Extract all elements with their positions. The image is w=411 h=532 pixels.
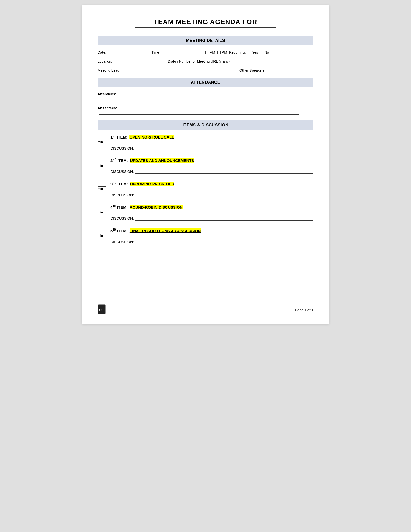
page-footer: e Page 1 of 1 <box>98 304 313 316</box>
item-1-title: OPENING & ROLL CALL <box>129 135 174 139</box>
page-title: TEAM MEETING AGENDA FOR <box>98 18 313 26</box>
item-4-blank-line[interactable] <box>98 205 106 210</box>
pm-label: PM <box>222 50 227 54</box>
item-4-discussion-row: DISCUSSION: <box>110 216 313 221</box>
yes-label: Yes <box>252 50 258 54</box>
yes-checkbox[interactable] <box>248 51 251 54</box>
item-3-discussion-field[interactable] <box>135 193 313 197</box>
recurring-label: Recurring: <box>229 50 246 54</box>
date-label: Date: <box>98 50 106 54</box>
item-1-ordinal: ST <box>113 135 116 137</box>
item-4-discussion-field[interactable] <box>135 216 313 221</box>
time-label: Time: <box>151 50 160 54</box>
meeting-lead-field[interactable] <box>122 68 168 72</box>
item-1-title-row: 1ST ITEM: OPENING & ROLL CALL <box>110 135 174 139</box>
item-3-header-row: min 3RD ITEM: UPCOMING PRIORITIES <box>98 181 313 191</box>
item-5-header-row: min 5TH ITEM: FINAL RESOLUTIONS & CONCLU… <box>98 228 313 237</box>
item-5-discussion-row: DISCUSSION: <box>110 240 313 244</box>
item-3-number: 3RD <box>110 181 116 186</box>
item-5-min-label: min <box>98 234 103 237</box>
edicle-icon: e <box>98 304 107 316</box>
no-label: No <box>264 50 269 54</box>
item-2-blank-line[interactable] <box>98 158 106 163</box>
document-page: TEAM MEETING AGENDA FOR MEETING DETAILS … <box>82 5 329 324</box>
items-section: ITEMS & DISCUSSION min 1ST ITEM: OPENING… <box>98 120 313 244</box>
item-1-discussion-field[interactable] <box>135 146 313 150</box>
item-2-colon: ITEM: <box>116 158 129 163</box>
no-checkbox-group: No <box>260 50 269 54</box>
item-4-number: 4TH <box>110 205 116 209</box>
location-row: Location: Dial-in Number or Meeting URL … <box>98 59 313 63</box>
absentees-field[interactable] <box>99 110 299 115</box>
item-5-min-block: min <box>98 228 107 237</box>
item-2-title: UPDATES AND ANNOUNCEMENTS <box>130 158 194 163</box>
location-label: Location: <box>98 59 112 63</box>
item-5-title-row: 5TH ITEM: FINAL RESOLUTIONS & CONCLUSION <box>110 228 201 233</box>
absentees-label: Absentees <box>98 106 116 110</box>
item-2-discussion-field[interactable] <box>135 169 313 174</box>
agenda-item-2: min 2ND ITEM: UPDATES AND ANNOUNCEMENTS … <box>98 158 313 174</box>
items-header: ITEMS & DISCUSSION <box>98 120 313 130</box>
location-field[interactable] <box>114 59 161 63</box>
yes-checkbox-group: Yes <box>248 50 258 54</box>
item-5-discussion-field[interactable] <box>135 240 313 244</box>
item-3-ordinal: RD <box>113 181 116 184</box>
item-4-colon: ITEM: <box>116 205 129 209</box>
agenda-item-1: min 1ST ITEM: OPENING & ROLL CALL DISCUS… <box>98 135 313 150</box>
item-1-discussion-label: DISCUSSION: <box>110 146 134 150</box>
pm-checkbox[interactable] <box>217 51 221 54</box>
attendees-field[interactable] <box>99 96 299 100</box>
meeting-lead-label: Meeting Lead: <box>98 68 120 72</box>
item-3-title: UPCOMING PRIORITIES <box>130 182 174 186</box>
meeting-details-header: MEETING DETAILS <box>98 36 313 45</box>
date-time-row: Date: Time: AM PM Recurring: Yes No <box>98 50 313 54</box>
item-1-blank-line[interactable] <box>98 135 106 140</box>
item-1-number: 1ST <box>110 135 116 139</box>
agenda-item-3: min 3RD ITEM: UPCOMING PRIORITIES DISCUS… <box>98 181 313 197</box>
item-1-colon: ITEM: <box>116 135 128 139</box>
other-speakers-col: Other Speakers: <box>206 68 313 72</box>
item-3-blank-line[interactable] <box>98 182 106 187</box>
attendance-section: ATTENDANCE Attendees: Absentees: <box>98 78 313 115</box>
item-4-discussion-label: DISCUSSION: <box>110 216 134 221</box>
item-4-min-label: min <box>98 210 103 214</box>
item-2-number: 2ND <box>110 158 116 163</box>
item-5-number: 5TH <box>110 228 116 233</box>
item-5-title: FINAL RESOLUTIONS & CONCLUSION <box>130 228 201 233</box>
item-2-ordinal: ND <box>113 158 116 161</box>
item-5-ordinal: TH <box>113 228 116 231</box>
item-4-header-row: min 4TH ITEM: ROUND-ROBIN DISCUSSION <box>98 205 313 214</box>
item-4-title-row: 4TH ITEM: ROUND-ROBIN DISCUSSION <box>110 205 183 209</box>
item-5-discussion-label: DISCUSSION: <box>110 240 134 244</box>
page-number: Page 1 of 1 <box>295 308 313 312</box>
attendance-header: ATTENDANCE <box>98 78 313 87</box>
am-checkbox[interactable] <box>206 51 209 54</box>
date-field[interactable] <box>108 50 149 54</box>
item-2-discussion-label: DISCUSSION: <box>110 170 134 174</box>
meeting-lead-col: Meeting Lead: <box>98 68 206 72</box>
absentees-row: Absentees: <box>98 106 313 115</box>
item-4-title: ROUND-ROBIN DISCUSSION <box>130 205 183 209</box>
title-underline <box>135 27 276 28</box>
other-speakers-field[interactable] <box>267 68 313 72</box>
agenda-item-5: min 5TH ITEM: FINAL RESOLUTIONS & CONCLU… <box>98 228 313 244</box>
no-checkbox[interactable] <box>260 51 263 54</box>
item-1-min-label: min <box>98 140 103 144</box>
lead-speakers-row: Meeting Lead: Other Speakers: <box>98 68 313 72</box>
item-3-discussion-row: DISCUSSION: <box>110 193 313 197</box>
time-field[interactable] <box>162 50 203 54</box>
other-speakers-label: Other Speakers: <box>239 68 266 72</box>
item-1-header-row: min 1ST ITEM: OPENING & ROLL CALL <box>98 135 313 144</box>
item-4-min-block: min <box>98 205 107 214</box>
dialin-label: Dial-in Number or Meeting URL (if any): <box>168 59 231 63</box>
item-3-min-block: min <box>98 182 107 191</box>
meeting-details-section: MEETING DETAILS Date: Time: AM PM Recurr… <box>98 36 313 72</box>
am-label: AM <box>210 50 215 54</box>
item-3-discussion-label: DISCUSSION: <box>110 193 134 197</box>
item-2-title-row: 2ND ITEM: UPDATES AND ANNOUNCEMENTS <box>110 158 194 163</box>
item-3-title-row: 3RD ITEM: UPCOMING PRIORITIES <box>110 181 174 186</box>
item-5-blank-line[interactable] <box>98 228 106 233</box>
item-2-discussion-row: DISCUSSION: <box>110 169 313 174</box>
dialin-field[interactable] <box>233 59 279 63</box>
agenda-item-4: min 4TH ITEM: ROUND-ROBIN DISCUSSION DIS… <box>98 205 313 221</box>
